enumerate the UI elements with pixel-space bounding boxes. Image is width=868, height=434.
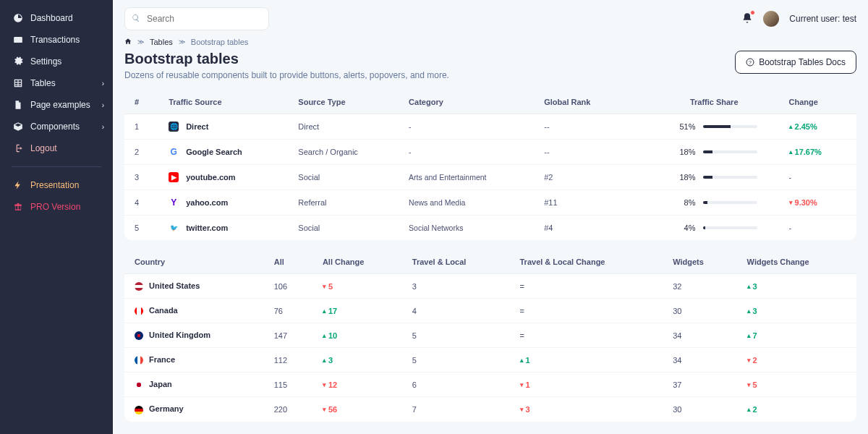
row-index: 2 bbox=[124, 140, 158, 165]
search-wrapper bbox=[124, 7, 269, 30]
nav-label: Settings bbox=[30, 56, 61, 67]
nav-item-page-examples[interactable]: Page examples› bbox=[0, 94, 113, 116]
traffic-share: 18% bbox=[626, 140, 767, 165]
widgets-change: ▴3 bbox=[737, 274, 856, 299]
table-row: 3 ▶youtube.com Social Arts and Entertain… bbox=[124, 165, 856, 190]
arrow-down-icon: ▾ bbox=[323, 406, 326, 413]
nav-label: Dashboard bbox=[30, 13, 73, 23]
arrow-down-icon: ▾ bbox=[789, 199, 793, 206]
travel-local-value: 5 bbox=[402, 323, 510, 348]
all-change: ▴3 bbox=[312, 348, 402, 373]
traffic-share: 18% bbox=[626, 165, 767, 190]
page-subtitle: Dozens of reusable components built to p… bbox=[124, 70, 449, 80]
breadcrumb-home[interactable] bbox=[124, 38, 132, 46]
table-row: United States 106 ▾5 3 = 32 ▴3 bbox=[124, 274, 856, 299]
arrow-down-icon: ▾ bbox=[747, 357, 751, 364]
widgets-change: ▴7 bbox=[737, 323, 856, 348]
table-header: Global Rank bbox=[534, 90, 626, 114]
traffic-share: 51% bbox=[626, 114, 767, 140]
country: Germany bbox=[124, 397, 264, 422]
traffic-source[interactable]: 🐦twitter.com bbox=[169, 223, 278, 233]
footer: © Themesberg - coded by AppSeed Django V… bbox=[124, 432, 856, 434]
notifications-button[interactable] bbox=[741, 12, 753, 26]
docs-button-label: Bootstrap Tables Docs bbox=[759, 57, 846, 67]
question-icon: ? bbox=[746, 58, 754, 67]
arrow-down-icon: ▾ bbox=[323, 381, 326, 388]
flag-uk-icon bbox=[135, 331, 143, 340]
topbar-right: Current user: test bbox=[741, 11, 856, 27]
source-type: Direct bbox=[288, 114, 399, 140]
nav-item-settings[interactable]: Settings bbox=[0, 51, 113, 72]
change: ▴17.67% bbox=[767, 140, 856, 165]
travel-local-change: ▴1 bbox=[510, 348, 663, 373]
widgets-value: 30 bbox=[663, 299, 736, 323]
arrow-up-icon: ▴ bbox=[789, 123, 793, 130]
country: United States bbox=[124, 274, 264, 299]
flag-de-icon bbox=[135, 406, 143, 414]
table-row: Japan 115 ▾12 6 ▾1 37 ▾5 bbox=[124, 373, 856, 397]
main: Current user: test ≫ Tables ≫ Bootstrap … bbox=[113, 0, 868, 434]
country-table-card: CountryAllAll ChangeTravel & LocalTravel… bbox=[124, 250, 856, 422]
nav-item-dashboard[interactable]: Dashboard bbox=[0, 7, 113, 29]
breadcrumb-tables[interactable]: Tables bbox=[150, 38, 173, 46]
nav-item-logout[interactable]: Logout bbox=[0, 137, 113, 159]
widgets-value: 32 bbox=[663, 274, 736, 299]
table-header: All Change bbox=[312, 250, 402, 274]
chevron-right-icon: ≫ bbox=[137, 38, 144, 46]
nav-item-pro-version[interactable]: PRO Version bbox=[0, 196, 113, 218]
travel-local-value: 4 bbox=[402, 299, 510, 323]
nav-label: Tables bbox=[30, 78, 56, 88]
file-icon bbox=[13, 100, 23, 110]
widgets-change: ▾5 bbox=[737, 373, 856, 397]
page-header: Bootstrap tables Dozens of reusable comp… bbox=[124, 51, 856, 80]
travel-local-value: 5 bbox=[402, 348, 510, 373]
traffic-source[interactable]: Yyahoo.com bbox=[169, 197, 278, 208]
widgets-change: ▴2 bbox=[737, 397, 856, 422]
flag-jp-icon bbox=[135, 380, 143, 389]
arrow-up-icon: ▴ bbox=[747, 283, 751, 290]
change: - bbox=[767, 216, 856, 241]
gear-icon bbox=[13, 56, 23, 67]
arrow-up-icon: ▴ bbox=[323, 357, 326, 364]
table-row: 2 GGoogle Search Search / Organic - -- 1… bbox=[124, 140, 856, 165]
country-table: CountryAllAll ChangeTravel & LocalTravel… bbox=[124, 250, 856, 422]
flag-us-icon bbox=[135, 282, 143, 291]
travel-local-value: 3 bbox=[402, 274, 510, 299]
docs-button[interactable]: ? Bootstrap Tables Docs bbox=[735, 51, 856, 74]
nav-label: Transactions bbox=[30, 35, 80, 45]
box-icon bbox=[13, 122, 23, 132]
category: - bbox=[399, 114, 534, 140]
widgets-change: ▾2 bbox=[737, 348, 856, 373]
bolt-icon bbox=[13, 180, 23, 190]
table-header: Change bbox=[767, 90, 856, 114]
all-change: ▴10 bbox=[312, 323, 402, 348]
nav-item-components[interactable]: Components› bbox=[0, 116, 113, 137]
all-change: ▾12 bbox=[312, 373, 402, 397]
table-row: 5 🐦twitter.com Social Social Networks #4… bbox=[124, 216, 856, 241]
table-header: Source Type bbox=[288, 90, 399, 114]
global-rank: -- bbox=[534, 140, 626, 165]
change: ▴2.45% bbox=[767, 114, 856, 140]
arrow-down-icon: ▾ bbox=[323, 283, 326, 290]
widgets-value: 30 bbox=[663, 397, 736, 422]
search-input[interactable] bbox=[124, 7, 269, 30]
source-type: Referral bbox=[288, 190, 399, 216]
traffic-share: 4% bbox=[626, 216, 767, 241]
source-type: Social bbox=[288, 216, 399, 241]
traffic-source[interactable]: ▶youtube.com bbox=[169, 172, 278, 182]
travel-local-change: ▾3 bbox=[510, 397, 663, 422]
nav-item-presentation[interactable]: Presentation bbox=[0, 174, 113, 196]
table-header: # bbox=[124, 90, 158, 114]
travel-local-value: 7 bbox=[402, 397, 510, 422]
table-header: Traffic Source bbox=[158, 90, 288, 114]
arrow-up-icon: ▴ bbox=[747, 406, 751, 413]
traffic-source[interactable]: 🌐Direct bbox=[169, 122, 278, 132]
nav-item-transactions[interactable]: Transactions bbox=[0, 29, 113, 51]
travel-local-change: = bbox=[510, 274, 663, 299]
category: News and Media bbox=[399, 190, 534, 216]
chevron-right-icon: › bbox=[102, 80, 104, 88]
nav-item-tables[interactable]: Tables› bbox=[0, 72, 113, 94]
avatar[interactable] bbox=[763, 11, 779, 27]
home-icon bbox=[124, 38, 132, 45]
traffic-source[interactable]: GGoogle Search bbox=[169, 147, 278, 157]
